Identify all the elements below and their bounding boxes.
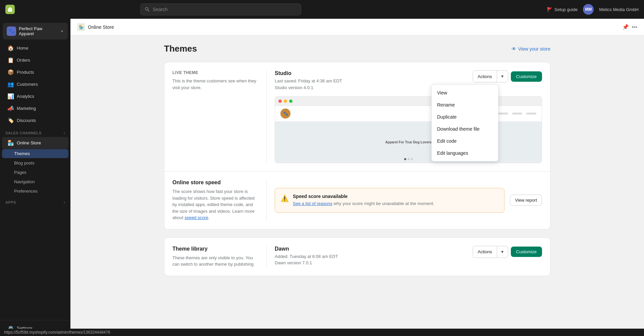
nav-right-area: 🚩 Setup guide MM Metics Media GmbH (547, 4, 639, 15)
store-icon: 🐾 (7, 26, 16, 36)
dropdown-item-download[interactable]: Download theme file (432, 123, 498, 135)
user-avatar[interactable]: MM (583, 4, 594, 15)
library-title: Theme library (172, 246, 258, 252)
view-report-button[interactable]: View report (510, 195, 542, 206)
sidebar-item-home[interactable]: 🏠 Home (2, 42, 68, 54)
main-themes-card: Live theme This is the theme customers s… (164, 62, 550, 229)
more-icon[interactable]: ••• (632, 24, 637, 30)
themes-label: Themes (14, 151, 30, 156)
library-customize-button[interactable]: Customize (511, 247, 542, 257)
analytics-label: Analytics (17, 94, 34, 99)
online-store-icon: 🏪 (7, 140, 13, 146)
page-header: Themes 👁 View your store (164, 44, 550, 54)
discounts-label: Discounts (17, 118, 36, 123)
sidebar-item-products[interactable]: 📦 Products (2, 66, 68, 78)
breadcrumb-icon: 🏪 (77, 23, 85, 31)
sidebar-item-analytics[interactable]: 📊 Analytics (2, 90, 68, 102)
search-icon (145, 7, 150, 12)
view-store-link[interactable]: 👁 View your store (512, 46, 550, 52)
customize-button[interactable]: Customize (511, 71, 542, 82)
page-title: Themes (164, 44, 197, 54)
speed-info: Online store speed The score shows how f… (172, 180, 266, 221)
library-description: These themes are only visible to you. Yo… (172, 255, 258, 268)
preview-hero-text: Apparel For True Dog Lovers (385, 140, 432, 144)
sub-nav-themes[interactable]: Themes (2, 149, 68, 158)
library-actions-button[interactable]: Actions (473, 247, 497, 257)
speed-section: Online store speed The score shows how f… (164, 171, 550, 229)
app-logo (5, 5, 15, 14)
speed-description: The score shows how fast your store is l… (172, 188, 258, 221)
store-name-label: Perfect Paw Apparel (19, 26, 58, 36)
sidebar-item-customers[interactable]: 👥 Customers (2, 78, 68, 90)
theme-last-saved: Last saved: Friday at 4:36 am EDT (275, 78, 467, 84)
preview-indicators (404, 158, 413, 160)
discounts-icon: 🏷️ (7, 117, 13, 124)
sidebar: 🐾 Perfect Paw Apparel ▼ 🏠 Home 📋 Orders … (0, 19, 70, 336)
online-store-label: Online Store (17, 140, 41, 145)
shopify-logo-icon (5, 5, 15, 14)
eye-icon: 👁 (512, 46, 516, 52)
sub-nav-pages[interactable]: Pages (2, 168, 68, 177)
preview-nav-link-3 (526, 113, 536, 115)
library-theme-added: Added: Tuesday at 6:08 am EDT (275, 253, 467, 260)
expand-icon[interactable]: › (64, 131, 65, 135)
library-actions-chevron[interactable]: ▼ (497, 247, 508, 257)
pin-icon[interactable]: 📌 (622, 24, 629, 30)
live-theme-section: Live theme This is the theme customers s… (164, 62, 550, 171)
sub-nav-blog-posts[interactable]: Blog posts (2, 158, 68, 167)
sidebar-item-marketing[interactable]: 📣 Marketing (2, 103, 68, 114)
speed-alert-area: ⚠️ Speed score unavailable See a list of… (266, 180, 542, 221)
products-icon: 📦 (7, 69, 13, 75)
library-themes: Dawn Added: Tuesday at 6:08 am EDT Dawn … (266, 246, 542, 268)
bag-svg (7, 6, 13, 12)
apps-expand-icon[interactable]: › (64, 200, 65, 205)
actions-dropdown-menu: View Rename Duplicate Download theme fil… (431, 84, 498, 161)
library-theme-meta: Dawn Added: Tuesday at 6:08 am EDT Dawn … (275, 246, 467, 266)
preview-nav-links (498, 113, 536, 115)
theme-card-area: Studio Last saved: Friday at 4:36 am EDT… (266, 70, 542, 163)
orders-label: Orders (17, 58, 30, 63)
sidebar-item-orders[interactable]: 📋 Orders (2, 54, 68, 66)
sales-channels-section: Sales channels › (0, 127, 70, 137)
theme-actions: Actions ▼ Customize (473, 70, 542, 82)
warning-icon: ⚠️ (280, 194, 289, 202)
marketing-label: Marketing (17, 106, 36, 111)
preview-browser-bar (275, 96, 542, 106)
preview-nav-link-2 (512, 113, 522, 115)
dropdown-item-edit-languages[interactable]: Edit languages (432, 147, 498, 159)
secondary-nav-bar: 🏪 Online Store 📌 ••• (70, 19, 644, 36)
speed-alert-content: Speed score unavailable See a list of re… (293, 194, 434, 207)
status-url: https://5cf59d.myshopify.com/admin/theme… (4, 330, 110, 335)
pages-label: Pages (14, 170, 26, 175)
home-icon: 🏠 (7, 45, 13, 51)
preview-body: 🐾 Apparel For True Dog Lovers (275, 106, 542, 163)
user-name-label: Metics Media GmbH (599, 7, 639, 12)
sidebar-item-discounts[interactable]: 🏷️ Discounts (2, 115, 68, 126)
customers-icon: 👥 (7, 81, 13, 87)
indicator-2 (408, 158, 410, 160)
main-content: 🏪 Online Store 📌 ••• Themes 👁 View your … (70, 19, 644, 336)
customers-label: Customers (17, 82, 38, 87)
dropdown-item-rename[interactable]: Rename (432, 99, 498, 111)
orders-icon: 📋 (7, 57, 13, 63)
secondary-nav-actions: 📌 ••• (622, 24, 637, 30)
preview-dot-green (289, 99, 292, 103)
actions-button[interactable]: Actions (473, 72, 497, 81)
top-navigation: 🚩 Setup guide MM Metics Media GmbH (0, 0, 644, 19)
dropdown-item-duplicate[interactable]: Duplicate (432, 111, 498, 123)
library-theme-item: Dawn Added: Tuesday at 6:08 am EDT Dawn … (275, 246, 542, 266)
speed-reasons-link[interactable]: See a list of reasons (293, 201, 332, 206)
setup-guide-link[interactable]: 🚩 Setup guide (547, 7, 578, 12)
sub-nav-preferences[interactable]: Preferences (2, 187, 68, 196)
sub-nav-navigation[interactable]: Navigation (2, 177, 68, 186)
sidebar-item-online-store[interactable]: 🏪 Online Store (2, 137, 68, 149)
speed-title: Online store speed (172, 180, 258, 186)
search-bar[interactable] (140, 3, 301, 15)
store-selector[interactable]: 🐾 Perfect Paw Apparel ▼ (3, 23, 68, 40)
dropdown-item-edit-code[interactable]: Edit code (432, 135, 498, 147)
speed-score-link[interactable]: speed score (184, 215, 208, 220)
dropdown-item-view[interactable]: View (432, 87, 498, 99)
actions-chevron-button[interactable]: ▼ (497, 72, 508, 81)
theme-name: Studio (275, 70, 467, 76)
search-input[interactable] (153, 7, 297, 12)
